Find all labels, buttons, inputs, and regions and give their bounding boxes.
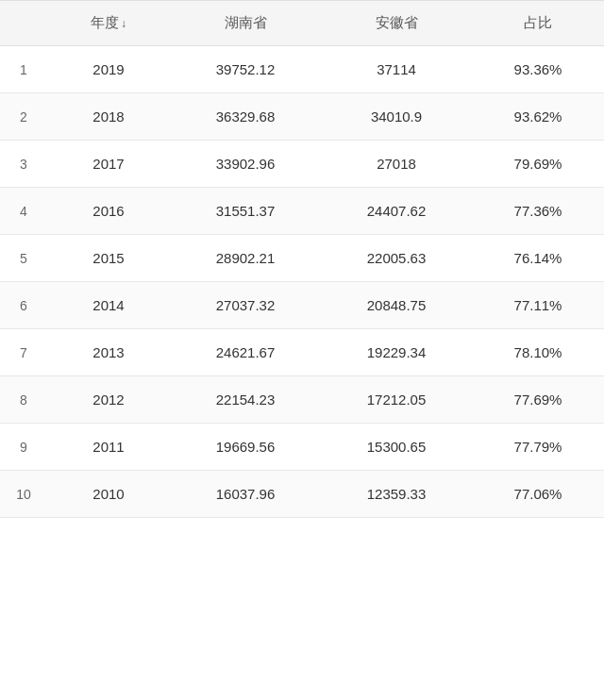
cell-anhui: 27018 [321,141,472,188]
table-row: 10201016037.9612359.3377.06% [0,471,604,518]
table-row: 9201119669.5615300.6577.79% [0,424,604,471]
cell-ratio: 77.11% [472,282,604,329]
cell-index: 3 [0,141,47,188]
data-table: 年度↓ 湖南省 安徽省 占比 1201939752.123711493.36%2… [0,0,604,518]
cell-hunan: 33902.96 [170,141,321,188]
data-table-container: 年度↓ 湖南省 安徽省 占比 1201939752.123711493.36%2… [0,0,604,518]
cell-year: 2014 [47,282,170,329]
cell-ratio: 77.69% [472,376,604,424]
cell-index: 6 [0,282,47,329]
cell-year: 2010 [47,471,170,518]
cell-year: 2013 [47,329,170,376]
table-row: 3201733902.962701879.69% [0,141,604,188]
cell-year: 2012 [47,376,170,424]
cell-index: 1 [0,46,47,93]
cell-anhui: 24407.62 [321,188,472,235]
cell-hunan: 36329.68 [170,93,321,141]
header-year-label: 年度 [91,14,119,30]
cell-ratio: 79.69% [472,141,604,188]
cell-year: 2019 [47,46,170,93]
cell-index: 4 [0,188,47,235]
cell-anhui: 22005.63 [321,235,472,282]
cell-anhui: 20848.75 [321,282,472,329]
cell-ratio: 93.62% [472,93,604,141]
cell-hunan: 16037.96 [170,471,321,518]
cell-year: 2011 [47,424,170,471]
cell-ratio: 93.36% [472,46,604,93]
header-hunan-label: 湖南省 [225,14,267,30]
table-row: 1201939752.123711493.36% [0,46,604,93]
table-header: 年度↓ 湖南省 安徽省 占比 [0,1,604,46]
header-row: 年度↓ 湖南省 安徽省 占比 [0,1,604,46]
cell-index: 5 [0,235,47,282]
header-ratio: 占比 [472,1,604,46]
cell-index: 7 [0,329,47,376]
header-year[interactable]: 年度↓ [47,1,170,46]
table-row: 8201222154.2317212.0577.69% [0,376,604,424]
sort-arrow-icon: ↓ [121,17,126,30]
cell-index: 10 [0,471,47,518]
cell-anhui: 15300.65 [321,424,472,471]
cell-hunan: 28902.21 [170,235,321,282]
cell-year: 2015 [47,235,170,282]
cell-hunan: 27037.32 [170,282,321,329]
cell-index: 2 [0,93,47,141]
cell-index: 8 [0,376,47,424]
table-row: 2201836329.6834010.993.62% [0,93,604,141]
cell-hunan: 19669.56 [170,424,321,471]
table-row: 4201631551.3724407.6277.36% [0,188,604,235]
cell-year: 2016 [47,188,170,235]
cell-year: 2017 [47,141,170,188]
header-anhui: 安徽省 [321,1,472,46]
cell-index: 9 [0,424,47,471]
header-ratio-label: 占比 [524,14,552,30]
cell-hunan: 22154.23 [170,376,321,424]
cell-anhui: 34010.9 [321,93,472,141]
header-index [0,1,47,46]
cell-ratio: 77.06% [472,471,604,518]
cell-anhui: 37114 [321,46,472,93]
table-body: 1201939752.123711493.36%2201836329.68340… [0,46,604,518]
cell-ratio: 77.79% [472,424,604,471]
cell-anhui: 19229.34 [321,329,472,376]
cell-ratio: 77.36% [472,188,604,235]
cell-ratio: 78.10% [472,329,604,376]
cell-anhui: 12359.33 [321,471,472,518]
cell-year: 2018 [47,93,170,141]
table-row: 7201324621.6719229.3478.10% [0,329,604,376]
cell-hunan: 24621.67 [170,329,321,376]
table-row: 5201528902.2122005.6376.14% [0,235,604,282]
header-anhui-label: 安徽省 [376,14,418,30]
cell-ratio: 76.14% [472,235,604,282]
table-row: 6201427037.3220848.7577.11% [0,282,604,329]
cell-hunan: 31551.37 [170,188,321,235]
cell-hunan: 39752.12 [170,46,321,93]
header-hunan: 湖南省 [170,1,321,46]
cell-anhui: 17212.05 [321,376,472,424]
